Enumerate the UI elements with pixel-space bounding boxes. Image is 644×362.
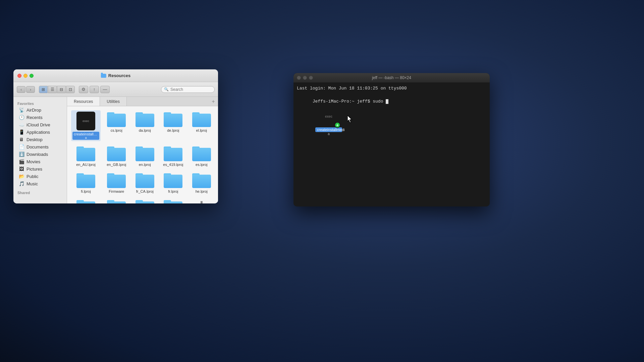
documents-icon: 📄 [19, 144, 24, 149]
sidebar-item-documents[interactable]: 📄 Documents [15, 143, 65, 150]
list-view-button[interactable]: ☰ [48, 86, 57, 93]
terminal-title: jeff — -bash — 80×24 [372, 75, 411, 80]
finder-main: Resources Utilities + exec createinstall… [67, 97, 218, 203]
terminal-close-button[interactable] [297, 76, 301, 80]
desktop-item-label: createinstallmedi [315, 127, 342, 132]
folder-icon-es-419 [164, 146, 182, 161]
terminal-maximize-button[interactable] [309, 76, 313, 80]
file-fi[interactable]: fi.lproj [71, 171, 101, 195]
file-el[interactable]: el.lproj [189, 110, 214, 141]
finder-toolbar: ‹ › ⊞ ☰ ⊟ ⊡ ⚙ ↑ — 🔍 [13, 82, 218, 97]
file-label-en-au: en_AU.lproj [76, 163, 95, 167]
search-input[interactable] [170, 87, 212, 92]
file-label-en-gb: en_GB.lproj [107, 163, 126, 167]
desktop-exec-icon: exec + [319, 107, 338, 126]
sidebar-item-label-public: Public [26, 174, 38, 179]
tab-add-button[interactable]: + [209, 97, 218, 106]
traffic-lights [17, 74, 34, 78]
finder-tabs: Resources Utilities + [67, 97, 218, 106]
sidebar-item-icloud[interactable]: ☁️ iCloud Drive [15, 121, 65, 128]
file-label-es: es.lproj [196, 163, 207, 167]
file-label-en: en.lproj [139, 163, 151, 167]
file-fr-ca[interactable]: fr_CA.lproj [132, 171, 158, 195]
icon-view-button[interactable]: ⊞ [39, 86, 48, 93]
file-firmware[interactable]: Firmware [104, 171, 129, 195]
tab-resources[interactable]: Resources [67, 97, 100, 106]
sidebar-item-label-pictures: Pictures [26, 167, 42, 172]
pictures-icon: 🖼 [19, 166, 24, 172]
maximize-button[interactable] [30, 74, 34, 78]
file-row4-3[interactable] [132, 198, 158, 203]
file-cs[interactable]: cs.lproj [104, 110, 129, 141]
file-row4-4[interactable] [161, 198, 186, 203]
sidebar-item-label-movies: Movies [26, 159, 40, 164]
file-label-createinstallmedia: createinstallmedia [72, 132, 99, 140]
tab-utilities[interactable]: Utilities [100, 97, 127, 106]
file-label-firmware: Firmware [109, 189, 124, 193]
folder-icon-row4-1 [76, 199, 95, 203]
applications-icon: 📱 [19, 129, 24, 135]
macos-icon: ⬇ mac OS [192, 199, 211, 203]
folder-icon-he [192, 173, 211, 188]
shared-label: Shared [13, 187, 67, 195]
sidebar-item-label-recents: Recents [26, 115, 43, 120]
file-label-de: de.lproj [167, 128, 179, 132]
tag-button[interactable]: — [100, 86, 110, 93]
column-view-button[interactable]: ⊟ [57, 86, 66, 93]
folder-icon-en [136, 146, 154, 161]
sidebar-item-label-downloads: Downloads [26, 152, 48, 157]
search-icon: 🔍 [164, 87, 169, 92]
sidebar-item-label-airdrop: AirDrop [26, 108, 41, 113]
finder-body: Favorites 📡 AirDrop 🕐 Recents ☁️ iCloud … [13, 97, 218, 203]
forward-button[interactable]: › [26, 86, 35, 93]
sidebar-item-music[interactable]: 🎵 Music [15, 180, 65, 187]
file-de[interactable]: de.lproj [161, 110, 186, 141]
finder-grid: exec createinstallmedia cs.lproj [71, 110, 214, 203]
sidebar-item-applications[interactable]: 📱 Applications [15, 128, 65, 136]
sidebar-item-desktop[interactable]: 🖥 Desktop [15, 136, 65, 143]
file-en-gb[interactable]: en_GB.lproj [104, 144, 129, 168]
file-en-au[interactable]: en_AU.lproj [71, 144, 101, 168]
sidebar-item-label-icloud: iCloud Drive [26, 122, 50, 127]
nav-buttons: ‹ › [17, 86, 35, 93]
file-label-es-419: es_419.lproj [163, 163, 183, 167]
file-da[interactable]: da.lproj [132, 110, 158, 141]
sidebar-item-public[interactable]: 📂 Public [15, 173, 65, 180]
sidebar-item-label-music: Music [26, 181, 38, 186]
share-button[interactable]: ↑ [90, 86, 99, 93]
file-fr[interactable]: fr.lproj [161, 171, 186, 195]
recents-icon: 🕐 [19, 115, 24, 120]
movies-icon: 🎬 [19, 159, 24, 164]
view-buttons: ⊞ ☰ ⊟ ⊡ [39, 86, 75, 93]
drag-plus-badge: + [334, 122, 340, 128]
file-es[interactable]: es.lproj [189, 144, 214, 168]
sidebar-item-airdrop[interactable]: 📡 AirDrop [15, 106, 65, 114]
file-row4-2[interactable] [104, 198, 129, 203]
folder-icon-cs [107, 112, 126, 127]
sort-button[interactable]: ⚙ [79, 86, 88, 93]
file-createinstallmedia[interactable]: exec createinstallmedia [71, 110, 101, 141]
file-he[interactable]: he.lproj [189, 171, 214, 195]
gallery-view-button[interactable]: ⊡ [66, 86, 75, 93]
file-es-419[interactable]: es_419.lproj [161, 144, 186, 168]
back-button[interactable]: ‹ [17, 86, 25, 93]
folder-icon-fr [164, 173, 182, 188]
sidebar-item-movies[interactable]: 🎬 Movies [15, 158, 65, 165]
terminal-minimize-button[interactable] [303, 76, 307, 80]
file-label-fi: fi.lproj [81, 189, 91, 193]
minimize-button[interactable] [23, 74, 28, 78]
terminal-body[interactable]: Last login: Mon Jun 18 11:03:25 on ttys0… [293, 82, 490, 206]
sidebar-item-pictures[interactable]: 🖼 Pictures [15, 165, 65, 173]
sidebar-item-recents[interactable]: 🕐 Recents [15, 114, 65, 121]
sidebar-item-downloads[interactable]: ⬇️ Downloads [15, 150, 65, 158]
terminal-line-1: Last login: Mon Jun 18 11:03:25 on ttys0… [297, 85, 486, 92]
file-en[interactable]: en.lproj [132, 144, 158, 168]
icloud-icon: ☁️ [19, 122, 24, 127]
file-row4-1[interactable] [71, 198, 101, 203]
terminal-traffic-lights [297, 76, 313, 80]
file-macos[interactable]: ⬇ mac OS macOS [189, 198, 214, 203]
desktop-icon: 🖥 [19, 137, 24, 142]
close-button[interactable] [17, 74, 21, 78]
search-bar[interactable]: 🔍 [161, 86, 215, 93]
public-icon: 📂 [19, 174, 24, 179]
